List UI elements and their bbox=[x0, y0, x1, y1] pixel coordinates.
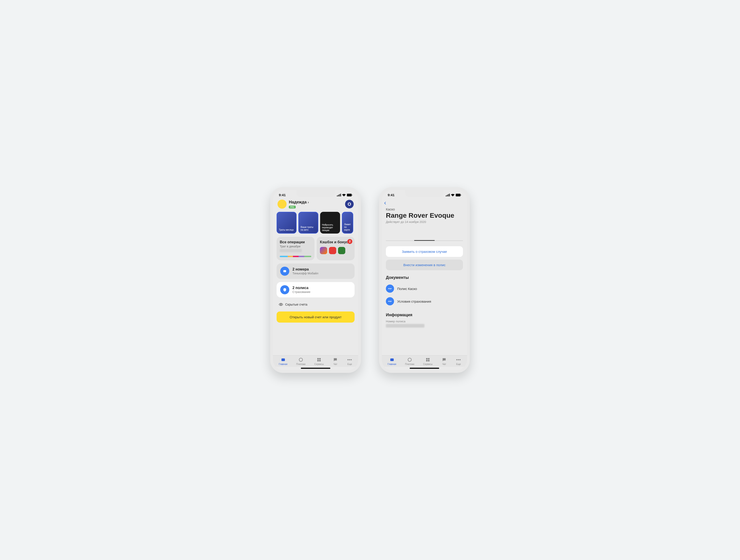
cashback-card[interactable]: 2 Кэшбэк и бонусы bbox=[317, 237, 355, 260]
tab-more[interactable]: Еще bbox=[456, 357, 461, 365]
svg-rect-11 bbox=[319, 358, 321, 360]
svg-rect-6 bbox=[283, 270, 286, 272]
cashback-title: Кэшбэк и бонусы bbox=[320, 240, 351, 244]
insurance-card[interactable]: 2 полиса Страхование bbox=[277, 282, 355, 298]
svg-rect-21 bbox=[456, 194, 460, 196]
bank-logo-button[interactable]: O bbox=[345, 200, 354, 208]
svg-point-14 bbox=[348, 359, 349, 360]
svg-rect-10 bbox=[317, 358, 319, 360]
home-indicator[interactable] bbox=[301, 368, 330, 369]
tab-chat[interactable]: Чат bbox=[333, 357, 338, 365]
mobile-card[interactable]: 2 номера Тинькофф Мобайл bbox=[277, 263, 355, 279]
svg-rect-12 bbox=[317, 360, 319, 361]
open-product-button[interactable]: Открыть новый счет или продукт bbox=[277, 312, 355, 323]
story-card-limit[interactable]: Лимит по карте bbox=[342, 212, 353, 234]
svg-rect-0 bbox=[337, 196, 338, 196]
battery-icon bbox=[347, 194, 352, 196]
mobile-sub: Тинькофф Мобайл bbox=[292, 271, 351, 275]
information-section-title: Информация bbox=[386, 313, 463, 317]
chat-icon bbox=[333, 357, 338, 362]
tab-payments[interactable]: Платежи bbox=[296, 357, 306, 365]
chevron-right-icon: › bbox=[308, 200, 309, 204]
cashback-icons bbox=[320, 247, 351, 254]
svg-point-31 bbox=[460, 359, 461, 360]
tab-payments[interactable]: Платежи bbox=[405, 357, 414, 365]
status-icons bbox=[337, 194, 352, 196]
svg-rect-4 bbox=[347, 194, 352, 196]
svg-rect-26 bbox=[428, 358, 430, 360]
insurance-sub: Страхование bbox=[292, 290, 351, 294]
pdf-icon: PDF bbox=[386, 285, 394, 293]
tab-bar: Главная Платежи Сервисы Чат bbox=[273, 355, 358, 367]
story-auto-spending[interactable]: Ваши траты на авто bbox=[298, 212, 318, 234]
hidden-accounts-button[interactable]: Скрытые счета bbox=[277, 301, 355, 308]
svg-point-9 bbox=[299, 358, 303, 361]
eye-icon bbox=[279, 303, 283, 307]
device-notch bbox=[296, 190, 335, 197]
insurance-title: 2 полиса bbox=[292, 286, 351, 290]
services-icon bbox=[316, 357, 322, 362]
report-claim-button[interactable]: Заявить о страховом случае bbox=[386, 246, 463, 257]
user-name: Надежда bbox=[289, 200, 306, 204]
cashback-icon-2 bbox=[329, 247, 336, 254]
svg-point-29 bbox=[456, 359, 458, 360]
home-indicator[interactable] bbox=[410, 368, 439, 369]
policy-type-label: Каско bbox=[386, 207, 463, 211]
svg-rect-23 bbox=[390, 358, 393, 361]
edit-policy-button[interactable]: Внести изменения в полис bbox=[386, 260, 463, 270]
svg-rect-2 bbox=[339, 194, 340, 196]
home-icon bbox=[280, 357, 286, 362]
pdf-icon: PDF bbox=[386, 297, 394, 305]
svg-point-24 bbox=[408, 358, 411, 361]
tab-services[interactable]: Сервисы bbox=[423, 357, 433, 365]
more-icon bbox=[347, 357, 352, 362]
operations-card[interactable]: Все операции Трат в декабре bbox=[277, 237, 314, 260]
chevron-left-icon: ‹ bbox=[384, 199, 386, 206]
svg-rect-13 bbox=[319, 360, 321, 361]
document-insurance-terms[interactable]: PDF Условия страхования bbox=[386, 295, 463, 308]
tab-chat[interactable]: Чат bbox=[441, 357, 447, 365]
more-icon bbox=[456, 357, 461, 362]
document-policy-kasko[interactable]: PDF Полис Каско bbox=[386, 282, 463, 295]
tab-more[interactable]: Еще bbox=[347, 357, 352, 365]
stories-row: Траты месяца Ваши траты на авто Нейросет… bbox=[277, 212, 355, 234]
cellular-icon bbox=[337, 194, 341, 196]
chat-icon bbox=[441, 357, 447, 362]
documents-section-title: Документы bbox=[386, 275, 463, 280]
policy-title: Range Rover Evoque bbox=[386, 212, 463, 219]
svg-point-30 bbox=[458, 359, 459, 360]
svg-rect-5 bbox=[352, 195, 352, 196]
status-time: 9:41 bbox=[388, 193, 394, 197]
svg-rect-18 bbox=[447, 195, 448, 196]
svg-rect-20 bbox=[449, 194, 450, 196]
story-neural-translate[interactable]: Нейросеть переводит лекции bbox=[320, 212, 340, 234]
status-time: 9:41 bbox=[279, 193, 286, 197]
mobile-title: 2 номера bbox=[292, 267, 351, 271]
tab-home[interactable]: Главная bbox=[279, 357, 287, 365]
shield-icon bbox=[280, 285, 289, 294]
svg-rect-27 bbox=[426, 360, 428, 361]
story-spending-month[interactable]: Траты месяца bbox=[277, 212, 296, 234]
svg-rect-3 bbox=[340, 194, 341, 196]
hidden-label: Скрытые счета bbox=[285, 303, 307, 306]
payments-icon bbox=[407, 357, 412, 362]
cellular-icon bbox=[446, 194, 450, 196]
device-notch bbox=[405, 190, 444, 197]
payments-icon bbox=[298, 357, 303, 362]
policy-number-label: Номер полиса bbox=[386, 320, 463, 323]
operations-title: Все операции bbox=[280, 240, 311, 244]
wifi-icon bbox=[451, 194, 455, 196]
spending-bar bbox=[280, 256, 311, 257]
status-icons bbox=[446, 194, 461, 196]
policy-number-blurred bbox=[386, 324, 425, 328]
cashback-icon-1 bbox=[320, 247, 327, 254]
profile-button[interactable]: Надежда › PRO bbox=[278, 200, 309, 209]
policy-image-carousel[interactable] bbox=[386, 233, 463, 241]
tab-home[interactable]: Главная bbox=[388, 357, 396, 365]
tab-services[interactable]: Сервисы bbox=[314, 357, 324, 365]
back-button[interactable]: ‹ bbox=[382, 197, 467, 206]
battery-icon bbox=[456, 194, 461, 196]
svg-point-15 bbox=[349, 359, 350, 360]
services-icon bbox=[425, 357, 431, 362]
avatar bbox=[278, 200, 287, 209]
